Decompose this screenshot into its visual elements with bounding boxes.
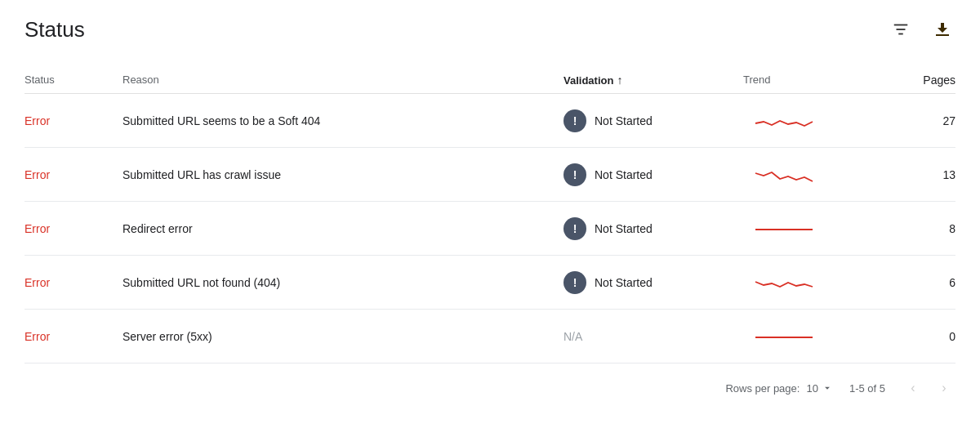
table-row: Error Submitted URL has crawl issue ! No… <box>24 148 956 202</box>
row-validation-3: ! Not Started <box>564 271 743 294</box>
column-header-trend: Trend <box>743 74 874 87</box>
trend-sparkline-0 <box>751 107 817 132</box>
row-reason-0: Submitted URL seems to be a Soft 404 <box>122 114 564 127</box>
download-button[interactable] <box>929 16 956 42</box>
column-header-pages: Pages <box>874 74 956 87</box>
validation-text-0: Not Started <box>595 114 653 127</box>
page-header: Status <box>24 16 956 42</box>
page-title: Status <box>24 17 85 42</box>
validation-icon-0: ! <box>564 109 586 132</box>
pagination-nav: ‹ › <box>902 377 956 399</box>
page-container: Status Status Reason Validation <box>0 0 980 422</box>
row-trend-3 <box>743 269 874 297</box>
row-validation-4: N/A <box>564 330 743 343</box>
row-pages-0: 27 <box>874 114 956 127</box>
column-header-validation[interactable]: Validation ↑ <box>564 74 743 87</box>
prev-page-button[interactable]: ‹ <box>902 377 924 399</box>
svg-rect-3 <box>936 34 949 36</box>
validation-icon-3: ! <box>564 271 586 294</box>
table-footer: Rows per page: 10 1-5 of 5 ‹ › <box>24 363 956 406</box>
header-actions <box>889 16 956 42</box>
table-row: Error Redirect error ! Not Started 8 <box>24 202 956 256</box>
row-trend-4 <box>743 323 874 350</box>
pagination-info: 1-5 of 5 <box>849 382 885 395</box>
rows-per-page-select[interactable]: 10 <box>806 382 832 395</box>
row-status-3[interactable]: Error <box>24 276 122 289</box>
rows-per-page: Rows per page: 10 <box>725 382 833 395</box>
row-reason-1: Submitted URL has crawl issue <box>122 168 564 181</box>
trend-sparkline-4 <box>751 323 817 347</box>
trend-sparkline-1 <box>751 161 817 185</box>
rows-per-page-value: 10 <box>806 382 817 395</box>
row-status-0[interactable]: Error <box>24 114 122 127</box>
sort-arrow-icon: ↑ <box>617 74 622 87</box>
row-validation-2: ! Not Started <box>564 217 743 240</box>
row-pages-1: 13 <box>874 168 956 181</box>
row-pages-2: 8 <box>874 222 956 235</box>
row-trend-2 <box>743 215 874 243</box>
filter-icon <box>892 20 910 38</box>
table-row: Error Submitted URL not found (404) ! No… <box>24 256 956 310</box>
trend-sparkline-2 <box>751 215 817 239</box>
row-status-1[interactable]: Error <box>24 168 122 181</box>
row-status-2[interactable]: Error <box>24 222 122 235</box>
chevron-down-icon <box>822 382 833 394</box>
validation-text-2: Not Started <box>595 222 653 235</box>
validation-na-4: N/A <box>564 330 582 343</box>
column-header-reason: Reason <box>122 74 564 87</box>
rows-per-page-label: Rows per page: <box>725 382 800 395</box>
row-status-4[interactable]: Error <box>24 330 122 343</box>
row-validation-1: ! Not Started <box>564 163 743 186</box>
validation-text-1: Not Started <box>595 168 653 181</box>
data-table: Status Reason Validation ↑ Trend Pages E… <box>24 67 956 363</box>
row-validation-0: ! Not Started <box>564 109 743 132</box>
trend-sparkline-3 <box>751 269 817 293</box>
validation-text-3: Not Started <box>595 276 653 289</box>
table-row: Error Server error (5xx) N/A 0 <box>24 310 956 363</box>
row-trend-0 <box>743 107 874 135</box>
next-page-button[interactable]: › <box>933 377 956 399</box>
validation-icon-2: ! <box>564 217 586 240</box>
row-pages-4: 0 <box>874 330 956 343</box>
row-pages-3: 6 <box>874 276 956 289</box>
filter-button[interactable] <box>889 17 913 42</box>
row-reason-4: Server error (5xx) <box>122 330 564 343</box>
table-row: Error Submitted URL seems to be a Soft 4… <box>24 94 956 148</box>
column-header-status: Status <box>24 74 122 87</box>
validation-icon-1: ! <box>564 163 586 186</box>
row-reason-3: Submitted URL not found (404) <box>122 276 564 289</box>
row-reason-2: Redirect error <box>122 222 564 235</box>
table-header-row: Status Reason Validation ↑ Trend Pages <box>24 67 956 94</box>
row-trend-1 <box>743 161 874 189</box>
download-icon <box>933 20 952 39</box>
